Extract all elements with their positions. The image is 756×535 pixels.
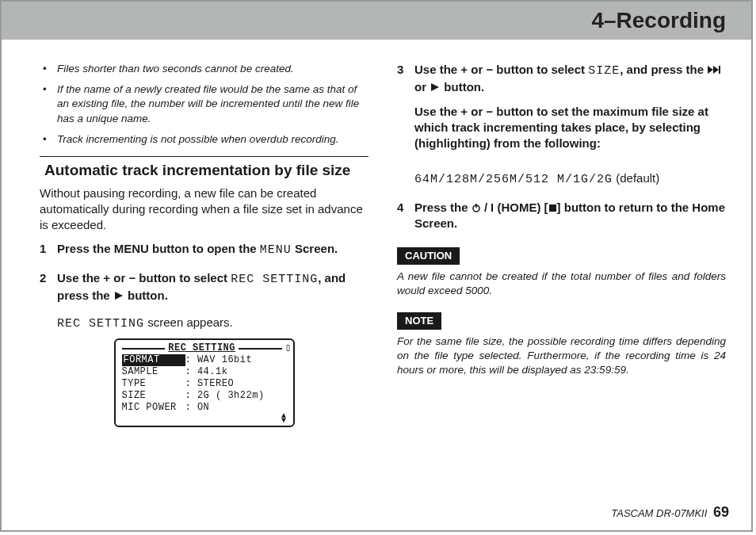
left-column: Files shorter than two seconds cannot be… — [40, 62, 368, 427]
page-number: 69 — [713, 504, 729, 520]
screen-key: MIC POWER — [122, 402, 185, 414]
text: Press the MENU button to open the — [57, 242, 260, 255]
screen-key: FORMAT — [122, 354, 185, 366]
fast-forward-icon — [707, 65, 723, 75]
screen-key: SIZE — [122, 390, 185, 402]
step-1: 1 Press the MENU button to open the MENU… — [40, 241, 368, 258]
note-badge: NOTE — [397, 312, 441, 330]
svg-rect-7 — [491, 204, 493, 212]
divider-icon — [491, 203, 494, 212]
text: Use the + or − button to select — [414, 63, 588, 76]
step-number: 4 — [397, 200, 414, 232]
text: button. — [124, 289, 168, 302]
text: or — [414, 80, 430, 94]
svg-marker-4 — [431, 83, 439, 91]
screen-value: : 2G ( 3h22m) — [185, 390, 287, 402]
bullet-item: Files shorter than two seconds cannot be… — [40, 62, 368, 76]
screen-value: : 44.1k — [185, 366, 287, 378]
product-name: TASCAM DR-07MKII — [611, 507, 707, 519]
note-text: For the same file size, the possible rec… — [397, 334, 726, 378]
play-icon — [113, 291, 124, 300]
step-body: Use the + or − button to select SIZE, an… — [414, 62, 726, 159]
svg-marker-1 — [708, 66, 713, 74]
header-band: 4–Recording — [2, 2, 751, 40]
step-3: 3 Use the + or − button to select SIZE, … — [397, 62, 726, 159]
screen-titlebar: REC SETTING ▯ — [117, 342, 292, 354]
step-2: 2 Use the + or − button to select REC SE… — [40, 270, 368, 304]
section-rule — [40, 156, 368, 157]
bullet-item: Track incrementing is not possible when … — [40, 132, 368, 147]
screen-row: TYPE: STEREO — [117, 378, 292, 390]
step-body: Press the MENU button to open the MENU S… — [57, 241, 368, 258]
intro-paragraph: Without pausing recording, a new file ca… — [40, 185, 368, 234]
svg-rect-3 — [719, 66, 720, 74]
step-3-paragraph-2: Use the + or − button to set the maximum… — [414, 104, 726, 152]
step-body: Press the / (HOME) [] button to return t… — [414, 200, 726, 232]
screen-row: FORMAT: WAV 16bit — [117, 354, 292, 366]
caution-text: A new file cannot be created if the tota… — [397, 269, 726, 298]
bullet-item: If the name of a newly created file woul… — [40, 82, 368, 126]
step-number: 2 — [40, 270, 57, 304]
menu-label: MENU — [260, 243, 292, 257]
lcd-screen-figure: REC SETTING ▯ FORMAT: WAV 16bit SAMPLE: … — [114, 338, 295, 427]
size-label: SIZE — [588, 64, 620, 78]
bullet-list: Files shorter than two seconds cannot be… — [40, 62, 368, 147]
text: (HOME) [ — [497, 201, 548, 214]
stop-icon — [548, 204, 557, 212]
text: (default) — [613, 171, 659, 185]
step-number: 3 — [397, 62, 414, 159]
size-options: 64M/128M/256M/512 M/1G/2G (default) — [414, 170, 726, 188]
screen-value: : WAV 16bit — [185, 354, 287, 366]
scroll-arrow-icon: ▲▼ — [117, 414, 292, 423]
text: screen appears. — [144, 315, 233, 329]
text: button. — [441, 80, 484, 94]
page-footer: TASCAM DR-07MKII 69 — [611, 504, 729, 521]
screen-row: SIZE: 2G ( 3h22m) — [117, 390, 292, 402]
rec-setting-label: REC SETTING — [57, 317, 144, 331]
right-column: 3 Use the + or − button to select SIZE, … — [397, 62, 726, 427]
screen-key: SAMPLE — [122, 366, 185, 378]
size-options-values: 64M/128M/256M/512 M/1G/2G — [414, 173, 613, 186]
svg-rect-8 — [549, 204, 556, 212]
power-icon — [472, 203, 481, 212]
svg-marker-0 — [115, 292, 123, 300]
svg-marker-2 — [713, 66, 719, 74]
text: Screen. — [292, 242, 338, 255]
battery-icon: ▯ — [285, 342, 292, 354]
page-content: Files shorter than two seconds cannot be… — [2, 40, 751, 435]
step-4: 4 Press the / (HOME) [] button to return… — [397, 200, 726, 232]
section-heading: Automatic track incrementation by file s… — [40, 160, 368, 181]
screen-key: TYPE — [122, 378, 185, 390]
play-icon — [430, 82, 441, 92]
screen-row: SAMPLE: 44.1k — [117, 366, 292, 378]
step-2-sub: REC SETTING screen appears. — [40, 315, 368, 332]
rec-setting-label: REC SETTING — [231, 273, 318, 286]
screen-value: : STEREO — [185, 378, 287, 390]
text: Use the + or − button to select — [57, 271, 231, 285]
step-body: Use the + or − button to select REC SETT… — [57, 270, 368, 304]
chapter-title: 4–Recording — [591, 8, 726, 33]
screen-row: MIC POWER: ON — [117, 402, 292, 414]
text: , and press the — [620, 63, 707, 76]
step-number: 1 — [40, 241, 57, 258]
screen-value: : ON — [185, 402, 287, 414]
text: Press the — [414, 201, 472, 214]
caution-badge: CAUTION — [397, 247, 460, 265]
screen-title: REC SETTING — [168, 342, 235, 354]
